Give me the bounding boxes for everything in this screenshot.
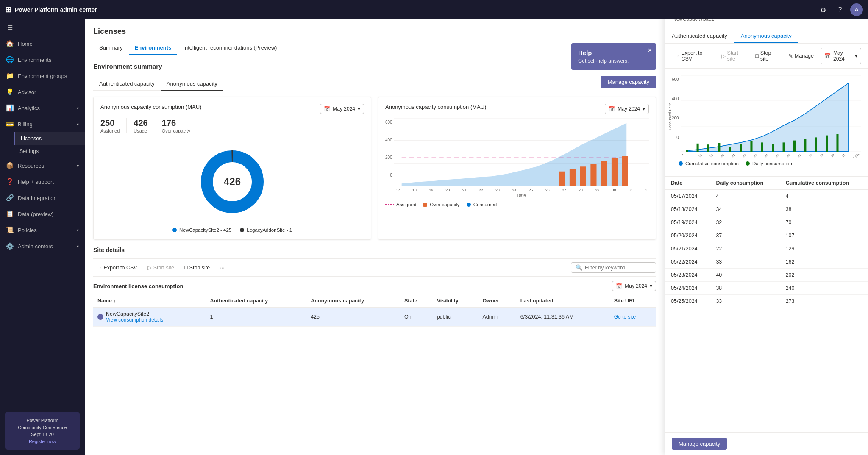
sidebar-community: Power Platform Community Conference Sept… bbox=[0, 407, 85, 455]
svg-rect-11 bbox=[590, 164, 596, 186]
settings-icon[interactable]: ⚙ bbox=[816, 3, 830, 17]
stop-label: Stop site bbox=[189, 265, 210, 271]
panel-manage-capacity-button[interactable]: Manage capacity bbox=[672, 438, 727, 450]
sub-tab-bar: Authenticated capacity Anonymous capacit… bbox=[93, 78, 223, 91]
consumption-chart-card: Anonymous capacity consumption (MAU) 📅 M… bbox=[378, 97, 656, 240]
bar-chart-wrapper: 600 400 200 0 bbox=[385, 118, 649, 198]
sidebar-item-billing[interactable]: 💳 Billing ▾ bbox=[0, 116, 85, 132]
app-brand: ⊞ Power Platform admin center bbox=[0, 5, 102, 14]
sidebar-label-data-preview: Data (preview) bbox=[18, 211, 54, 217]
sidebar-item-analytics[interactable]: 📊 Analytics ▾ bbox=[0, 100, 85, 116]
export-csv-button[interactable]: → Export to CSV bbox=[93, 263, 141, 272]
tab-environments[interactable]: Environments bbox=[129, 41, 178, 55]
table-date-picker[interactable]: 📅 May 2024 ▾ bbox=[612, 281, 656, 291]
anon-date-picker[interactable]: 📅 May 2024 ▾ bbox=[320, 104, 364, 114]
panel-tab-anon[interactable]: Anonymous capacity bbox=[734, 29, 798, 43]
help-icon[interactable]: ? bbox=[833, 3, 847, 17]
panel-cell-date: 05/19/2024 bbox=[665, 216, 710, 229]
legend-dot-consumed bbox=[467, 203, 471, 207]
cell-auth-cap: 1 bbox=[206, 308, 306, 327]
panel-export-button[interactable]: → Export to CSV bbox=[672, 49, 715, 63]
svg-rect-31 bbox=[804, 139, 806, 152]
billing-icon: 💳 bbox=[6, 120, 14, 128]
stop-site-button[interactable]: □ Stop site bbox=[181, 263, 213, 272]
sidebar-item-env-groups[interactable]: 📁 Environment groups bbox=[0, 68, 85, 84]
tab-summary[interactable]: Summary bbox=[93, 41, 129, 55]
panel-start-button[interactable]: ▷ Start site bbox=[719, 49, 749, 63]
sidebar-item-help-support[interactable]: ❓ Help + support bbox=[0, 174, 85, 190]
panel-date-picker-inner[interactable]: 📅 May 2024 ▾ bbox=[821, 48, 861, 64]
donut-value: 426 bbox=[224, 176, 241, 188]
panel-manage-icon: ✎ bbox=[788, 53, 793, 59]
panel-toolbar: → Export to CSV ▷ Start site □ Stop site… bbox=[665, 44, 868, 69]
sidebar-item-licenses[interactable]: Licenses bbox=[14, 132, 85, 145]
tab-intelligent[interactable]: Intelligent recommendations (Preview) bbox=[177, 41, 283, 55]
sidebar-label-analytics: Analytics bbox=[18, 105, 40, 111]
panel-table-row: 05/21/2024 22 129 bbox=[665, 242, 868, 255]
home-icon: 🏠 bbox=[6, 40, 14, 47]
consumption-card-title: Anonymous capacity consumption (MAU) bbox=[385, 104, 486, 110]
sidebar-item-data-preview[interactable]: 📋 Data (preview) bbox=[0, 206, 85, 222]
panel-chart-legend: Cumulative consumption Daily consumption bbox=[672, 158, 861, 169]
sidebar-item-admin-centers[interactable]: ⚙️ Admin centers ▾ bbox=[0, 238, 85, 254]
sub-tab-auth[interactable]: Authenticated capacity bbox=[93, 78, 161, 91]
community-line3: Sept 18-20 bbox=[10, 431, 75, 438]
chevron-down-icon-3: ▾ bbox=[650, 283, 652, 289]
site-name: NewCapacitySite2 bbox=[106, 311, 163, 317]
go-to-site-link[interactable]: Go to site bbox=[614, 314, 636, 320]
panel-cell-daily: 34 bbox=[710, 203, 779, 216]
panel-chart-svg bbox=[681, 75, 861, 152]
sidebar-item-advisor[interactable]: 💡 Advisor bbox=[0, 84, 85, 100]
start-site-button[interactable]: ▷ Start site bbox=[144, 263, 178, 272]
topbar-actions: ⚙ ? A bbox=[816, 3, 868, 17]
view-consumption-link[interactable]: View consumption details bbox=[106, 317, 163, 323]
advisor-icon: 💡 bbox=[6, 88, 14, 96]
table-row[interactable]: NewCapacitySite2 View consumption detail… bbox=[93, 308, 656, 327]
sidebar-item-policies[interactable]: 📜 Policies ▾ bbox=[0, 222, 85, 238]
col-date: Date bbox=[665, 177, 710, 190]
manage-capacity-button[interactable]: Manage capacity bbox=[601, 76, 656, 88]
sidebar-item-home[interactable]: 🏠 Home bbox=[0, 36, 85, 52]
panel-stop-button[interactable]: □ Stop site bbox=[753, 49, 782, 63]
cell-anon-cap: 425 bbox=[306, 308, 400, 327]
sidebar-item-resources[interactable]: 📦 Resources ▾ bbox=[0, 158, 85, 174]
panel-manage-button[interactable]: ✎ Manage bbox=[786, 52, 816, 61]
panel-cell-date: 05/24/2024 bbox=[665, 282, 710, 295]
panel-cell-cumulative: 273 bbox=[780, 295, 868, 308]
consumption-date-picker[interactable]: 📅 May 2024 ▾ bbox=[605, 104, 649, 114]
panel-date-picker[interactable]: 📅 May 2024 ▾ bbox=[821, 48, 861, 64]
chevron-down-icon-2: ▾ bbox=[643, 106, 645, 112]
more-actions-button[interactable]: ··· bbox=[217, 263, 228, 272]
community-register-link[interactable]: Register now bbox=[29, 439, 56, 444]
page-title: Licenses bbox=[93, 27, 656, 36]
panel-stop-icon: □ bbox=[755, 53, 759, 59]
svg-rect-23 bbox=[718, 143, 720, 152]
sidebar-item-settings[interactable]: Settings bbox=[14, 145, 85, 158]
search-box[interactable]: 🔍 bbox=[571, 262, 656, 273]
cell-site-url: Go to site bbox=[610, 308, 656, 327]
svg-rect-20 bbox=[686, 150, 688, 152]
daily-label: Daily consumption bbox=[752, 161, 792, 166]
cell-name: NewCapacitySite2 View consumption detail… bbox=[93, 308, 206, 327]
panel-body: 600 400 200 0 Consumed units bbox=[665, 69, 868, 432]
account-avatar[interactable]: A bbox=[850, 3, 863, 16]
svg-rect-12 bbox=[601, 161, 607, 186]
sidebar-item-data-integration[interactable]: 🔗 Data integration bbox=[0, 190, 85, 206]
stat-assigned-label: Assigned bbox=[100, 128, 120, 133]
start-icon: ▷ bbox=[147, 264, 152, 271]
panel-tab-auth[interactable]: Authenticated capacity bbox=[665, 29, 734, 43]
topbar: ⊞ Power Platform admin center ⚙ ? A bbox=[0, 0, 868, 19]
sub-tab-anon[interactable]: Anonymous capacity bbox=[161, 78, 223, 91]
sidebar-item-environments[interactable]: 🌐 Environments bbox=[0, 52, 85, 68]
panel-cell-daily: 4 bbox=[710, 190, 779, 203]
row-status-icon bbox=[97, 314, 103, 320]
sidebar-label-data-integration: Data integration bbox=[18, 195, 57, 201]
panel-chart-wrapper: 600 400 200 0 Consumed units bbox=[672, 75, 861, 158]
stat-usage-label: Usage bbox=[134, 128, 147, 133]
col-cumulative: Cumulative consumption bbox=[780, 177, 868, 190]
svg-rect-8 bbox=[559, 172, 565, 186]
sidebar-hamburger[interactable]: ☰ bbox=[0, 19, 85, 36]
search-input[interactable] bbox=[585, 265, 651, 271]
y-200: 200 bbox=[385, 155, 392, 160]
help-close-button[interactable]: × bbox=[648, 47, 652, 54]
